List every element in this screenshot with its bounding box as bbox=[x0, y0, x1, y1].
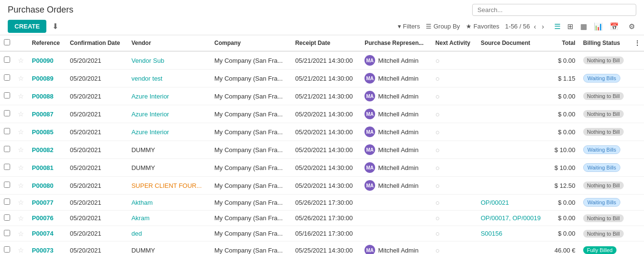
col-billing-status[interactable]: Billing Status bbox=[579, 35, 630, 51]
row-reference[interactable]: P00081 bbox=[28, 159, 66, 177]
col-company[interactable]: Company bbox=[210, 35, 291, 51]
row-reference[interactable]: P00090 bbox=[28, 51, 66, 70]
row-vendor[interactable]: Vendor Sub bbox=[127, 51, 210, 70]
select-all-header[interactable] bbox=[0, 35, 14, 51]
row-checkbox-cell[interactable] bbox=[0, 226, 14, 241]
col-reference[interactable]: Reference bbox=[28, 35, 66, 51]
row-reference[interactable]: P00089 bbox=[28, 70, 66, 87]
row-vendor[interactable]: Azure Interior bbox=[127, 105, 210, 123]
row-options[interactable] bbox=[630, 226, 644, 241]
row-options[interactable] bbox=[630, 105, 644, 123]
row-next-activity[interactable]: ○ bbox=[432, 226, 477, 241]
pager-next[interactable]: › bbox=[540, 22, 546, 31]
row-next-activity[interactable]: ○ bbox=[432, 211, 477, 226]
row-checkbox[interactable] bbox=[4, 246, 10, 253]
row-checkbox-cell[interactable] bbox=[0, 87, 14, 105]
row-options[interactable] bbox=[630, 241, 644, 254]
row-options[interactable] bbox=[630, 87, 644, 105]
row-next-activity[interactable]: ○ bbox=[432, 241, 477, 254]
view-list-button[interactable]: ☰ bbox=[552, 21, 563, 32]
view-chart-button[interactable]: 📊 bbox=[591, 21, 605, 32]
col-source-doc[interactable]: Source Document bbox=[477, 35, 549, 51]
row-checkbox[interactable] bbox=[4, 230, 10, 236]
row-checkbox-cell[interactable] bbox=[0, 241, 14, 254]
view-grid-button[interactable]: ▦ bbox=[578, 21, 589, 32]
col-receipt-date[interactable]: Receipt Date bbox=[291, 35, 361, 51]
row-reference[interactable]: P00074 bbox=[28, 226, 66, 241]
row-star-cell[interactable]: ☆ bbox=[14, 177, 28, 195]
col-menu[interactable]: ⋮ bbox=[630, 35, 644, 51]
row-options[interactable] bbox=[630, 51, 644, 70]
create-button[interactable]: CREATE bbox=[8, 20, 46, 33]
row-next-activity[interactable]: ○ bbox=[432, 87, 477, 105]
row-checkbox-cell[interactable] bbox=[0, 211, 14, 226]
row-star-cell[interactable]: ☆ bbox=[14, 241, 28, 254]
filters-button[interactable]: ▾ Filters bbox=[398, 23, 420, 30]
row-star-cell[interactable]: ☆ bbox=[14, 87, 28, 105]
row-star-cell[interactable]: ☆ bbox=[14, 211, 28, 226]
row-checkbox[interactable] bbox=[4, 92, 10, 99]
row-checkbox-cell[interactable] bbox=[0, 123, 14, 141]
row-reference[interactable]: P00076 bbox=[28, 211, 66, 226]
col-purchase-rep[interactable]: Purchase Represen... bbox=[361, 35, 432, 51]
favorites-button[interactable]: ★ Favorites bbox=[466, 23, 499, 30]
row-checkbox-cell[interactable] bbox=[0, 177, 14, 195]
row-vendor[interactable]: vendor test bbox=[127, 70, 210, 87]
row-next-activity[interactable]: ○ bbox=[432, 70, 477, 87]
row-options[interactable] bbox=[630, 70, 644, 87]
row-options[interactable] bbox=[630, 211, 644, 226]
row-vendor[interactable]: Akram bbox=[127, 211, 210, 226]
row-reference[interactable]: P00085 bbox=[28, 123, 66, 141]
col-total[interactable]: Total bbox=[549, 35, 579, 51]
row-checkbox[interactable] bbox=[4, 74, 10, 81]
row-star-cell[interactable]: ☆ bbox=[14, 123, 28, 141]
row-next-activity[interactable]: ○ bbox=[432, 177, 477, 195]
row-options[interactable] bbox=[630, 141, 644, 159]
row-options[interactable] bbox=[630, 159, 644, 177]
row-reference[interactable]: P00077 bbox=[28, 195, 66, 211]
pager-prev[interactable]: ‹ bbox=[532, 22, 538, 31]
row-vendor[interactable]: DUMMY bbox=[127, 141, 210, 159]
row-checkbox[interactable] bbox=[4, 56, 10, 63]
groupby-button[interactable]: ☰ Group By bbox=[426, 23, 460, 30]
row-reference[interactable]: P00080 bbox=[28, 177, 66, 195]
row-star-cell[interactable]: ☆ bbox=[14, 159, 28, 177]
row-checkbox-cell[interactable] bbox=[0, 159, 14, 177]
view-calendar-button[interactable]: 📅 bbox=[607, 21, 621, 32]
row-next-activity[interactable]: ○ bbox=[432, 123, 477, 141]
row-vendor[interactable]: SUPER CLIENT FOUR... bbox=[127, 177, 210, 195]
row-checkbox-cell[interactable] bbox=[0, 70, 14, 87]
row-star-cell[interactable]: ☆ bbox=[14, 70, 28, 87]
row-options[interactable] bbox=[630, 195, 644, 211]
row-reference[interactable]: P00088 bbox=[28, 87, 66, 105]
row-star-cell[interactable]: ☆ bbox=[14, 195, 28, 211]
row-next-activity[interactable]: ○ bbox=[432, 159, 477, 177]
search-input[interactable] bbox=[472, 4, 636, 16]
row-checkbox[interactable] bbox=[4, 164, 10, 170]
row-checkbox-cell[interactable] bbox=[0, 141, 14, 159]
row-options[interactable] bbox=[630, 123, 644, 141]
row-vendor[interactable]: ded bbox=[127, 226, 210, 241]
row-next-activity[interactable]: ○ bbox=[432, 195, 477, 211]
row-reference[interactable]: P00082 bbox=[28, 141, 66, 159]
row-next-activity[interactable]: ○ bbox=[432, 105, 477, 123]
row-checkbox[interactable] bbox=[4, 214, 10, 221]
download-button[interactable]: ⬇ bbox=[50, 20, 60, 33]
row-vendor[interactable]: Aktham bbox=[127, 195, 210, 211]
row-options[interactable] bbox=[630, 177, 644, 195]
row-star-cell[interactable]: ☆ bbox=[14, 226, 28, 241]
row-reference[interactable]: P00087 bbox=[28, 105, 66, 123]
row-checkbox-cell[interactable] bbox=[0, 105, 14, 123]
row-reference[interactable]: P00073 bbox=[28, 241, 66, 254]
col-vendor[interactable]: Vendor bbox=[127, 35, 210, 51]
row-next-activity[interactable]: ○ bbox=[432, 141, 477, 159]
row-vendor[interactable]: DUMMY bbox=[127, 159, 210, 177]
row-vendor[interactable]: DUMMY bbox=[127, 241, 210, 254]
row-star-cell[interactable]: ☆ bbox=[14, 141, 28, 159]
col-confirmation-date[interactable]: Confirmation Date bbox=[66, 35, 128, 51]
row-checkbox[interactable] bbox=[4, 146, 10, 152]
row-checkbox-cell[interactable] bbox=[0, 195, 14, 211]
settings-cog-button[interactable]: ⚙ bbox=[627, 21, 636, 32]
row-vendor[interactable]: Azure Interior bbox=[127, 87, 210, 105]
view-kanban-button[interactable]: ⊞ bbox=[565, 21, 576, 32]
